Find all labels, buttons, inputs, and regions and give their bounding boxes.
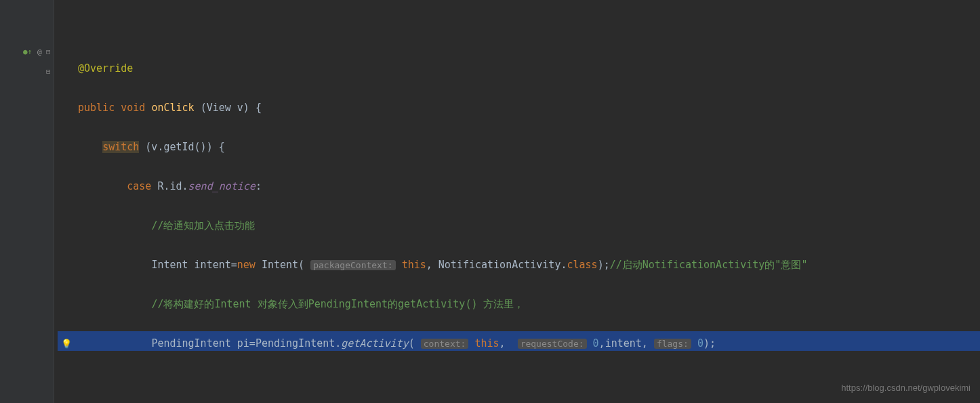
override-annotation-icon[interactable]: @ [37, 42, 42, 62]
code-line: public void onClick (View v) { [58, 98, 980, 118]
vcs-change-icon: ●↑ [23, 42, 32, 62]
param-hint: flags: [654, 339, 691, 349]
intention-bulb-icon[interactable]: 💡 [61, 334, 72, 354]
code-line [58, 20, 980, 39]
code-line: Intent intent=new Intent( packageContext… [58, 255, 980, 275]
code-line: //给通知加入点击功能 [58, 216, 980, 236]
code-line: PendingIntent pi=PendingIntent.getActivi… [58, 334, 980, 354]
fold-marker-icon[interactable]: ⊟ [46, 42, 51, 62]
watermark-text: https://blog.csdn.net/gwplovekimi [841, 378, 971, 398]
param-hint: context: [421, 339, 469, 349]
code-line: case R.id.send_notice: [58, 177, 980, 196]
editor-gutter[interactable]: ●↑ @ ⊟ ⊟ [0, 0, 54, 403]
code-line: //将构建好的Intent 对象传入到PendingIntent的getActi… [58, 295, 980, 314]
code-editor[interactable]: @Override public void onClick (View v) {… [58, 0, 980, 403]
code-line: switch (v.getId()) { [58, 137, 980, 157]
code-line: @Override [58, 59, 980, 79]
param-hint: packageContext: [310, 260, 395, 270]
param-hint: requestCode: [518, 339, 587, 349]
fold-marker-icon[interactable]: ⊟ [46, 62, 51, 81]
